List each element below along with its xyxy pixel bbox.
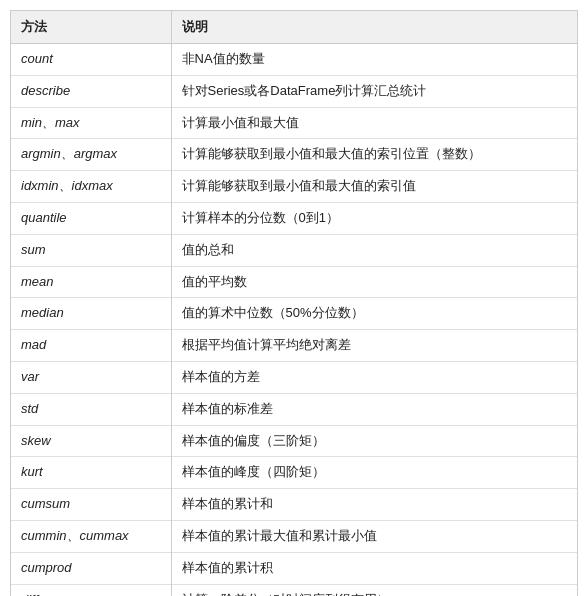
method-cell: cumsum: [11, 489, 171, 521]
table-row: cumprod样本值的累计积: [11, 552, 577, 584]
table-row: argmin、argmax计算能够获取到最小值和最大值的索引位置（整数）: [11, 139, 577, 171]
method-cell: mad: [11, 330, 171, 362]
description-cell: 样本值的累计最大值和累计最小值: [171, 520, 577, 552]
description-cell: 针对Series或各DataFrame列计算汇总统计: [171, 75, 577, 107]
table-row: min、max计算最小值和最大值: [11, 107, 577, 139]
table-row: cummin、cummax样本值的累计最大值和累计最小值: [11, 520, 577, 552]
table-row: mad根据平均值计算平均绝对离差: [11, 330, 577, 362]
table-row: quantile计算样本的分位数（0到1）: [11, 202, 577, 234]
description-cell: 计算最小值和最大值: [171, 107, 577, 139]
methods-table-container: 方法 说明 count非NA值的数量describe针对Series或各Data…: [10, 10, 578, 596]
method-cell: skew: [11, 425, 171, 457]
description-cell: 样本值的偏度（三阶矩）: [171, 425, 577, 457]
description-cell: 计算能够获取到最小值和最大值的索引值: [171, 171, 577, 203]
table-header-row: 方法 说明: [11, 11, 577, 44]
table-row: skew样本值的偏度（三阶矩）: [11, 425, 577, 457]
description-cell: 非NA值的数量: [171, 44, 577, 76]
description-cell: 样本值的方差: [171, 361, 577, 393]
description-cell: 样本值的累计积: [171, 552, 577, 584]
description-cell: 值的总和: [171, 234, 577, 266]
description-cell: 计算能够获取到最小值和最大值的索引位置（整数）: [171, 139, 577, 171]
column-header-method: 方法: [11, 11, 171, 44]
table-row: kurt样本值的峰度（四阶矩）: [11, 457, 577, 489]
column-header-description: 说明: [171, 11, 577, 44]
table-row: describe针对Series或各DataFrame列计算汇总统计: [11, 75, 577, 107]
method-cell: min、max: [11, 107, 171, 139]
description-cell: 样本值的累计和: [171, 489, 577, 521]
table-row: idxmin、idxmax计算能够获取到最小值和最大值的索引值: [11, 171, 577, 203]
description-cell: 值的平均数: [171, 266, 577, 298]
method-cell: argmin、argmax: [11, 139, 171, 171]
method-cell: count: [11, 44, 171, 76]
method-cell: describe: [11, 75, 171, 107]
description-cell: 值的算术中位数（50%分位数）: [171, 298, 577, 330]
method-cell: cummin、cummax: [11, 520, 171, 552]
description-cell: 根据平均值计算平均绝对离差: [171, 330, 577, 362]
method-cell: quantile: [11, 202, 171, 234]
description-cell: 样本值的峰度（四阶矩）: [171, 457, 577, 489]
description-cell: 计算一阶差分（对时间序列很有用）: [171, 584, 577, 596]
table-row: std样本值的标准差: [11, 393, 577, 425]
method-cell: median: [11, 298, 171, 330]
method-cell: var: [11, 361, 171, 393]
table-row: var样本值的方差: [11, 361, 577, 393]
table-row: diff计算一阶差分（对时间序列很有用）: [11, 584, 577, 596]
method-cell: std: [11, 393, 171, 425]
table-row: mean值的平均数: [11, 266, 577, 298]
method-cell: mean: [11, 266, 171, 298]
table-row: count非NA值的数量: [11, 44, 577, 76]
description-cell: 样本值的标准差: [171, 393, 577, 425]
table-row: median值的算术中位数（50%分位数）: [11, 298, 577, 330]
method-cell: diff: [11, 584, 171, 596]
table-body: count非NA值的数量describe针对Series或各DataFrame列…: [11, 44, 577, 597]
method-cell: kurt: [11, 457, 171, 489]
description-cell: 计算样本的分位数（0到1）: [171, 202, 577, 234]
table-row: cumsum样本值的累计和: [11, 489, 577, 521]
table-row: sum值的总和: [11, 234, 577, 266]
method-cell: sum: [11, 234, 171, 266]
methods-table: 方法 说明 count非NA值的数量describe针对Series或各Data…: [11, 11, 577, 596]
method-cell: cumprod: [11, 552, 171, 584]
method-cell: idxmin、idxmax: [11, 171, 171, 203]
